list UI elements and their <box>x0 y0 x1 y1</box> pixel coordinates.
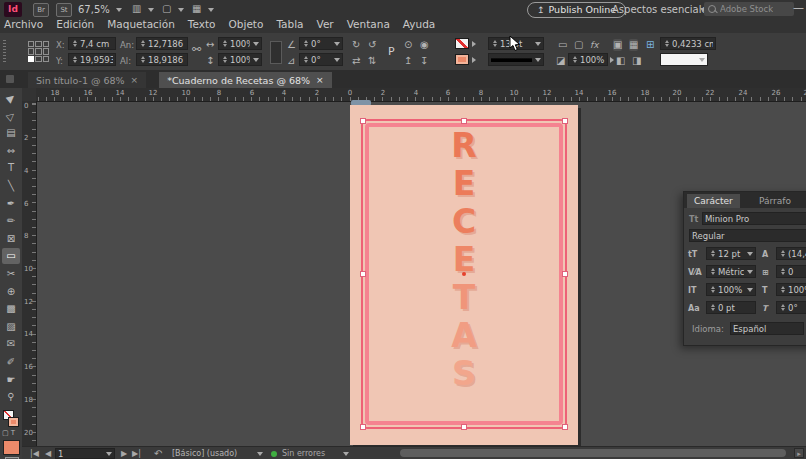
horizontal-ruler[interactable]: 181614121086420246810121416182022242628 <box>36 88 806 102</box>
screen-mode-chevron-icon[interactable] <box>178 8 184 12</box>
scale-y-chevron-icon[interactable] <box>253 58 259 62</box>
height-spinner[interactable] <box>139 54 146 65</box>
corner-shape-icon[interactable]: ▭ <box>558 39 567 51</box>
zoom-tool[interactable]: ⚲ <box>2 389 20 405</box>
kerning-spinner[interactable] <box>709 266 716 277</box>
scale-y-spinner[interactable] <box>221 54 228 65</box>
menu-archivo[interactable]: Archivo <box>4 18 43 30</box>
selection-handle-bottom-right[interactable] <box>562 424 568 430</box>
shear-spinner[interactable] <box>302 54 309 65</box>
panel-grip-handle[interactable] <box>3 40 6 64</box>
horizontal-scale-field[interactable]: 100% <box>776 283 806 296</box>
last-page-button[interactable]: ▶| <box>132 448 141 459</box>
corner-options-icon[interactable]: ▢ <box>574 39 583 51</box>
x-position-field[interactable]: 7,4 cm <box>68 37 116 50</box>
rotate-cw-button[interactable]: ↻ <box>352 39 360 51</box>
vertical-ruler[interactable]: 02468101214161820 <box>22 101 37 446</box>
tab-paragraph[interactable]: Párrafo <box>752 194 798 208</box>
page-tool[interactable]: ▤ <box>2 125 20 141</box>
tracking-spinner[interactable] <box>779 266 786 277</box>
vertical-scale-field[interactable]: 100% <box>706 283 756 296</box>
text-effect-icon[interactable]: ◨ <box>632 55 641 67</box>
scissors-tool[interactable]: ✂ <box>2 266 20 282</box>
next-page-button[interactable]: ▶ <box>121 448 127 459</box>
stock-icon[interactable]: St <box>56 3 72 17</box>
bridge-icon[interactable]: Br <box>33 3 49 17</box>
font-family-field[interactable]: Minion Pro <box>702 212 806 225</box>
collapse-panels-icon[interactable] <box>6 75 14 83</box>
direct-selection-tool[interactable]: ▷ <box>2 108 20 124</box>
stroke-swatch-orange[interactable] <box>455 54 469 65</box>
fill-swatch-chevron-icon[interactable] <box>472 41 476 47</box>
line-tool[interactable]: ╲ <box>2 178 20 194</box>
wrap-none-button[interactable]: ▣ <box>613 39 622 51</box>
effects-fx-button[interactable]: fx <box>590 39 599 51</box>
view-options-icon[interactable]: ▥ <box>132 3 141 15</box>
menu-edicion[interactable]: Edición <box>56 18 94 30</box>
flip-horizontal-button[interactable]: ⇄ <box>352 55 360 67</box>
document-page[interactable]: RECETAS <box>350 105 578 445</box>
swatch-preview-dropdown[interactable] <box>660 53 708 66</box>
menu-maquetacion[interactable]: Maquetación <box>107 18 175 30</box>
selection-handle-bottom-center[interactable] <box>461 424 467 430</box>
note-tool[interactable]: ✉ <box>2 336 20 352</box>
scale-y-field[interactable]: 100% <box>218 53 262 66</box>
select-content-button[interactable]: ◉ <box>420 39 429 51</box>
tab-close-icon[interactable]: × <box>131 75 139 85</box>
selection-tool[interactable]: ▶ <box>2 90 20 106</box>
baseline-shift-field[interactable]: 0 pt <box>706 301 756 314</box>
rotate-ccw-button[interactable]: ↺ <box>368 39 376 51</box>
rotation-chevron-icon[interactable] <box>334 42 340 46</box>
gradient-feather-tool[interactable]: ▨ <box>2 319 20 335</box>
constrain-scale-toggle[interactable] <box>270 41 282 64</box>
font-size-chevron-icon[interactable] <box>747 252 753 256</box>
workspace-switcher[interactable]: Aspectos esenciales <box>612 4 713 15</box>
selection-handle-mid-right[interactable] <box>562 271 568 277</box>
tab-close-icon[interactable]: × <box>316 75 324 85</box>
curved-arrow-icon[interactable]: ↶ <box>154 448 162 459</box>
select-next-object-button[interactable]: ↧ <box>420 55 428 67</box>
arrange-documents-icon[interactable]: ▦ <box>192 3 201 15</box>
tracking-field[interactable]: 0 <box>776 265 806 278</box>
gap-tool[interactable]: ⇔ <box>2 143 20 159</box>
gradient-tool[interactable]: ▩ <box>2 301 20 317</box>
stroke-weight-spinner[interactable] <box>491 38 498 49</box>
scale-x-spinner[interactable] <box>221 38 228 49</box>
previous-page-button[interactable]: ◀ <box>45 448 51 459</box>
preflight-profile-chevron-icon[interactable] <box>257 452 263 456</box>
leading-spinner[interactable] <box>779 248 786 259</box>
reference-point-proxy[interactable] <box>28 41 49 62</box>
pencil-tool[interactable]: ✏ <box>2 213 20 229</box>
arrange-documents-chevron-icon[interactable] <box>208 8 214 12</box>
kerning-field[interactable]: Métrico <box>706 265 756 278</box>
ruler-corner-box[interactable] <box>22 88 37 102</box>
formatting-affects-container-icon[interactable]: ▢ T <box>2 429 15 437</box>
selected-border-frame[interactable]: RECETAS <box>361 119 567 429</box>
select-previous-object-button[interactable]: ↥ <box>404 55 412 67</box>
stroke-weight-chevron-icon[interactable] <box>535 42 541 46</box>
opacity-field[interactable]: 100% <box>568 53 608 66</box>
stroke-style-chevron-icon[interactable] <box>535 58 541 62</box>
object-effect-icon[interactable]: ◧ <box>616 55 625 67</box>
kerning-chevron-icon[interactable] <box>747 270 753 274</box>
fill-swatch-none[interactable] <box>455 38 469 49</box>
selection-handle-mid-left[interactable] <box>360 271 366 277</box>
zoom-chevron-icon[interactable] <box>116 8 122 12</box>
toolbar-stroke-swatch[interactable] <box>8 417 19 427</box>
swatch-preview-chevron-icon[interactable] <box>699 58 705 62</box>
vscale-spinner[interactable] <box>709 284 716 295</box>
y-spinner[interactable] <box>71 54 78 65</box>
page-number-chevron-icon[interactable] <box>106 452 112 456</box>
adobe-stock-search[interactable]: Adobe Stock <box>704 2 794 16</box>
scale-x-field[interactable]: 100% <box>218 37 262 50</box>
menu-ver[interactable]: Ver <box>317 18 334 30</box>
scrollbar-right-button[interactable]: ▸ <box>794 448 804 458</box>
pen-tool[interactable]: ✒ <box>2 196 20 212</box>
leading-field[interactable]: (14,4 pt) <box>776 247 806 260</box>
preflight-status-text[interactable]: Sin errores <box>282 448 325 459</box>
language-field[interactable]: Español <box>730 322 804 335</box>
selection-handle-top-right[interactable] <box>562 118 568 124</box>
first-page-button[interactable]: |◀ <box>30 448 39 459</box>
document-tab-1[interactable]: Sin título-1 @ 68%× <box>28 72 146 88</box>
menu-objeto[interactable]: Objeto <box>229 18 264 30</box>
